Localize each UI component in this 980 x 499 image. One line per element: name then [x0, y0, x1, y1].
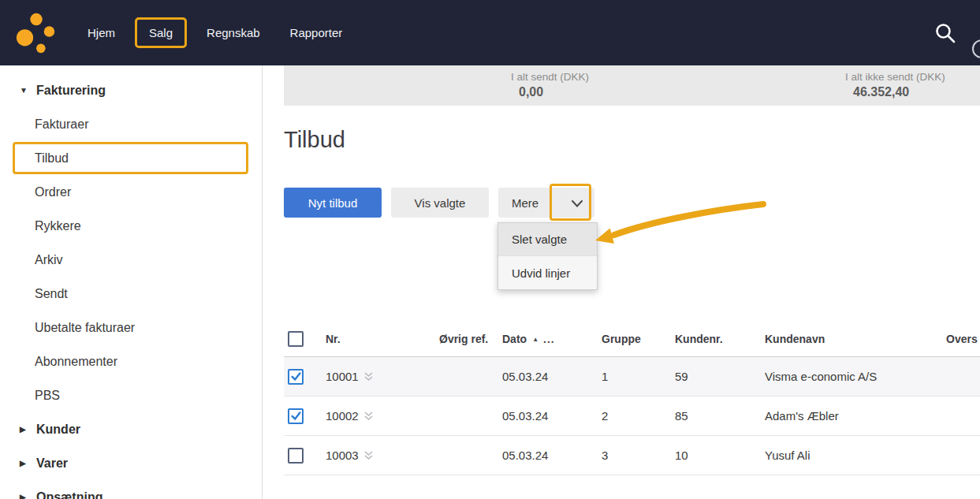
summary-sent-label: I alt sendt (DKK) [511, 71, 589, 83]
summary-sent: I alt sendt (DKK) 0,00 [511, 71, 589, 99]
menu-item-udvid-linjer[interactable]: Udvid linjer [498, 256, 597, 289]
cell-customer-name: Adam's Æbler [765, 409, 946, 423]
triangle-down-icon: ▼ [20, 86, 29, 95]
topbar: Hjem Salg Regnskab Rapporter [0, 0, 980, 65]
main-content: I alt sendt (DKK) 0,00 I alt ikke sendt … [263, 65, 980, 499]
search-icon[interactable] [934, 22, 956, 44]
sidebar: ▼ Fakturering Fakturaer Tilbud Ordrer Ry… [0, 65, 263, 499]
triangle-right-icon: ▶ [20, 493, 29, 499]
col-header-ref[interactable]: Øvrig ref. [439, 333, 502, 345]
sidebar-item-label: Ubetalte fakturaer [35, 321, 135, 335]
sidebar-item-label: Ordrer [35, 185, 71, 199]
sidebar-item-arkiv[interactable]: Arkiv [0, 243, 262, 277]
offer-number[interactable]: 10002 [326, 409, 359, 423]
sidebar-item-label: Abonnementer [35, 355, 117, 369]
triangle-right-icon: ▶ [20, 459, 29, 467]
checkbox-cell [284, 448, 326, 464]
cell-date: 05.03.24 [502, 449, 602, 462]
sidebar-section-label: Fakturering [36, 84, 106, 98]
nav-salg-label: Salg [149, 26, 173, 39]
table-header-row: Nr. Øvrig ref. Dato ▲ ... Gruppe Kundenr… [284, 322, 980, 357]
col-header-dato-label: Dato [502, 333, 527, 345]
table-row[interactable]: 10001 05.03.24 1 59 Visma e-conomic A/S [284, 357, 980, 397]
summary-not-sent: I alt ikke sendt (DKK) 46.352,40 [845, 71, 945, 99]
expand-row-icon[interactable] [364, 371, 373, 382]
more-dropdown-menu: Slet valgte Udvid linjer [497, 222, 598, 290]
sidebar-item-label: PBS [35, 389, 60, 403]
sidebar-section-varer[interactable]: ▶ Varer [0, 446, 262, 480]
sidebar-item-label: Fakturaer [35, 117, 88, 132]
sidebar-section-label: Kunder [36, 423, 80, 437]
checkbox-cell [284, 408, 326, 424]
col-header-gruppe[interactable]: Gruppe [602, 333, 675, 345]
table-row[interactable]: 10002 05.03.24 2 85 Adam's Æbler [284, 397, 980, 436]
cell-nr: 10001 [326, 370, 439, 383]
row-checkbox[interactable] [288, 408, 304, 424]
table-row[interactable]: 10003 05.03.24 3 10 Yusuf Ali [284, 436, 980, 475]
menu-item-slet-valgte[interactable]: Slet valgte [498, 223, 597, 256]
cell-date: 05.03.24 [502, 409, 602, 423]
page-title: Tilbud [284, 127, 345, 153]
cell-group: 2 [602, 409, 675, 423]
sidebar-item-ordrer[interactable]: Ordrer [0, 175, 262, 209]
summary-bar: I alt sendt (DKK) 0,00 I alt ikke sendt … [284, 65, 980, 106]
sidebar-menu: ▼ Fakturering Fakturaer Tilbud Ordrer Ry… [0, 65, 262, 499]
new-offer-button[interactable]: Nyt tilbud [284, 188, 382, 218]
header-checkbox-cell [284, 331, 326, 347]
expand-row-icon[interactable] [364, 411, 373, 421]
offer-number[interactable]: 10001 [326, 370, 359, 383]
sidebar-item-pbs[interactable]: PBS [0, 378, 262, 412]
sidebar-section-kunder[interactable]: ▶ Kunder [0, 412, 262, 446]
sidebar-item-sendt[interactable]: Sendt [0, 277, 262, 311]
nav-hjem[interactable]: Hjem [77, 17, 125, 48]
col-header-nr[interactable]: Nr. [326, 333, 439, 345]
chevron-down-icon[interactable] [572, 196, 583, 210]
offers-table: Nr. Øvrig ref. Dato ▲ ... Gruppe Kundenr… [284, 322, 980, 475]
cell-customer-name: Yusuf Ali [765, 449, 946, 462]
sidebar-section-opsaetning[interactable]: ▶ Opsætning [0, 480, 262, 499]
sidebar-item-label: Arkiv [35, 253, 63, 267]
sidebar-item-ubetalte-fakturaer[interactable]: Ubetalte fakturaer [0, 311, 262, 344]
nav-salg[interactable]: Salg [135, 17, 187, 48]
col-header-dato[interactable]: Dato ▲ ... [502, 333, 602, 345]
sidebar-section-label: Varer [36, 456, 68, 471]
top-navigation: Hjem Salg Regnskab Rapporter [77, 17, 352, 48]
col-header-kundenr[interactable]: Kundenr. [675, 333, 765, 345]
nav-rapporter[interactable]: Rapporter [280, 17, 353, 48]
cell-group: 1 [602, 370, 675, 383]
sidebar-item-label: Rykkere [35, 219, 81, 233]
more-button[interactable]: Mere [498, 188, 594, 218]
cell-nr: 10003 [326, 449, 439, 462]
row-checkbox[interactable] [288, 369, 304, 385]
cell-group: 3 [602, 449, 675, 462]
sort-ascending-icon: ▲ [532, 336, 538, 343]
sidebar-item-tilbud[interactable]: Tilbud [0, 141, 262, 175]
expand-row-icon[interactable] [364, 450, 373, 460]
sidebar-item-fakturaer[interactable]: Fakturaer [0, 107, 262, 141]
summary-not-sent-value: 46.352,40 [853, 85, 945, 99]
select-all-checkbox[interactable] [288, 331, 304, 347]
sidebar-item-abonnementer[interactable]: Abonnementer [0, 344, 262, 378]
col-header-kundenavn[interactable]: Kundenavn [765, 333, 946, 345]
sidebar-item-rykkere[interactable]: Rykkere [0, 209, 262, 243]
sidebar-section-label: Opsætning [36, 490, 102, 499]
checkbox-cell [284, 369, 326, 385]
cell-nr: 10002 [326, 409, 439, 423]
sidebar-item-label: Tilbud [35, 151, 69, 166]
summary-not-sent-label: I alt ikke sendt (DKK) [845, 71, 945, 83]
e-conomic-logo-icon[interactable] [14, 10, 60, 56]
more-button-label: Mere [512, 196, 538, 210]
clipped-help-icon [972, 39, 980, 58]
offer-number[interactable]: 10003 [326, 449, 359, 462]
cell-date: 05.03.24 [502, 370, 602, 383]
column-options-dots[interactable]: ... [543, 333, 555, 345]
cell-customer-name: Visma e-conomic A/S [765, 370, 946, 383]
cell-customer-no: 85 [675, 409, 765, 423]
nav-regnskab[interactable]: Regnskab [196, 17, 270, 48]
view-selected-button[interactable]: Vis valgte [391, 188, 489, 218]
row-checkbox[interactable] [288, 448, 304, 464]
cell-customer-no: 59 [675, 370, 765, 383]
summary-sent-value: 0,00 [519, 85, 589, 99]
sidebar-section-fakturering[interactable]: ▼ Fakturering [0, 73, 262, 107]
col-header-overs[interactable]: Overs [946, 333, 980, 345]
